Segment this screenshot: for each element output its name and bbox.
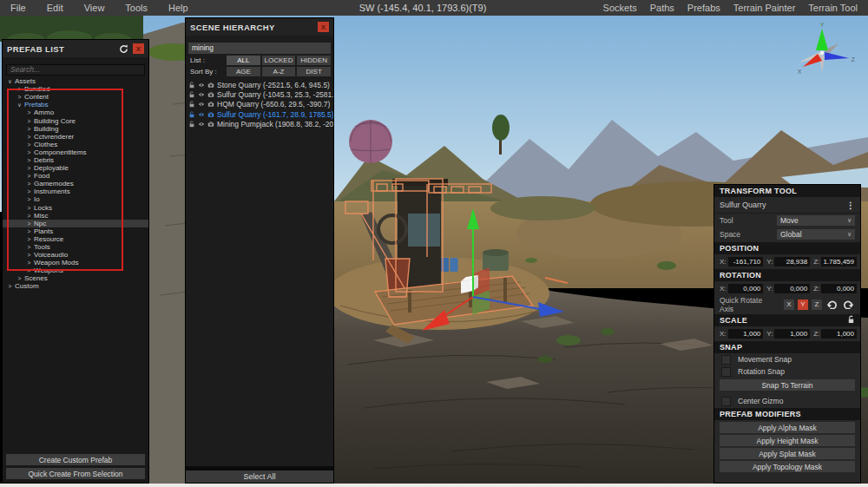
- more-options-icon[interactable]: ⋮: [846, 201, 855, 210]
- menu-terrain-painter[interactable]: Terrain Painter: [733, 3, 796, 13]
- quick-rotate-y-button[interactable]: Y: [798, 299, 808, 310]
- create-custom-prefab-button[interactable]: Create Custom Prefab: [6, 454, 145, 465]
- center-gizmo-checkbox[interactable]: [721, 397, 731, 406]
- list-filter-label: List :: [188, 56, 225, 64]
- tree-item-componentitems[interactable]: >Componentitems: [3, 148, 148, 156]
- tree-item-instruments[interactable]: >Instruments: [3, 188, 148, 195]
- rotate-cw-icon[interactable]: [842, 299, 855, 310]
- selected-object-row[interactable]: Sulfur Quarry ⋮: [714, 197, 860, 214]
- tree-item-deployable[interactable]: >Deployable: [3, 164, 148, 172]
- apply-splat-mask-button[interactable]: Apply Splat Mask: [720, 448, 855, 459]
- menu-prefabs[interactable]: Prefabs: [687, 3, 720, 13]
- position-y-field[interactable]: 28,938: [774, 257, 810, 267]
- quick-rotate-x-button[interactable]: X: [784, 299, 794, 310]
- refresh-icon[interactable]: [117, 43, 129, 55]
- camera-icon[interactable]: [207, 120, 215, 128]
- tree-item-npc[interactable]: >Npc: [3, 220, 148, 227]
- tree-item-plants[interactable]: >Plants: [3, 227, 148, 235]
- rotation-y-field[interactable]: 0,000: [774, 284, 810, 293]
- tree-item-debris[interactable]: >Debris: [3, 156, 148, 164]
- menu-tools[interactable]: Tools: [115, 3, 158, 13]
- rotate-ccw-icon[interactable]: [825, 299, 838, 310]
- menu-paths[interactable]: Paths: [650, 3, 674, 13]
- rotation-z-field[interactable]: 0,000: [821, 284, 857, 293]
- rotation-x-field[interactable]: 0,000: [728, 284, 764, 293]
- lock-open-icon[interactable]: [847, 315, 855, 326]
- filter-locked-button[interactable]: LOCKED: [262, 56, 296, 65]
- filter-all-button[interactable]: ALL: [227, 56, 260, 65]
- space-dropdown[interactable]: Global ∨: [777, 229, 855, 240]
- tree-item-tools[interactable]: >Tools: [3, 243, 148, 251]
- eye-icon[interactable]: [198, 120, 206, 128]
- tree-item-custom[interactable]: >Custom: [3, 282, 148, 290]
- lock-icon[interactable]: [188, 110, 196, 118]
- tree-item-misc[interactable]: >Misc: [3, 212, 148, 220]
- scale-x-field[interactable]: 1,000: [728, 329, 764, 339]
- camera-icon[interactable]: [207, 81, 215, 89]
- tree-item-cctvrenderer[interactable]: >Cctvrenderer: [3, 133, 148, 141]
- tool-dropdown[interactable]: Move ∨: [777, 215, 855, 226]
- apply-topology-mask-button[interactable]: Apply Topology Mask: [720, 461, 855, 472]
- menu-sockets[interactable]: Sockets: [603, 3, 637, 13]
- position-z-field[interactable]: 1.785,459: [821, 257, 857, 267]
- eye-icon[interactable]: [198, 110, 206, 118]
- movement-snap-checkbox[interactable]: [721, 355, 731, 365]
- tree-item-locks[interactable]: >Locks: [3, 204, 148, 212]
- scale-z-field[interactable]: 1,000: [821, 329, 857, 339]
- tree-item-voiceaudio[interactable]: >Voiceaudio: [3, 251, 148, 259]
- scale-y-field[interactable]: 1,000: [774, 329, 810, 339]
- position-x-field[interactable]: -161,710: [728, 257, 764, 267]
- camera-icon[interactable]: [207, 90, 215, 98]
- close-icon[interactable]: X: [133, 43, 144, 54]
- tree-item-building[interactable]: >Building: [3, 125, 148, 133]
- hierarchy-item-hqm-quarry[interactable]: HQM Quarry (-650.6, 29.5, -390.7): [186, 100, 333, 109]
- hierarchy-item-stone-quarry[interactable]: Stone Quarry (-2521.5, 6.4, 945.5): [186, 80, 333, 89]
- search-input[interactable]: [6, 64, 145, 76]
- tree-item-bundled[interactable]: >Bundled: [3, 85, 148, 93]
- tree-item-content[interactable]: >Content: [3, 93, 148, 101]
- tree-item-prefabs[interactable]: ∨Prefabs: [3, 101, 148, 109]
- hierarchy-item-sulfur-quarry-selected[interactable]: Sulfur Quarry (-161.7, 28.9, 1785.5): [186, 109, 333, 119]
- sort-az-button[interactable]: A-Z: [262, 67, 296, 76]
- sort-age-button[interactable]: AGE: [227, 67, 260, 76]
- lock-icon[interactable]: [188, 120, 196, 128]
- lock-icon[interactable]: [188, 90, 196, 98]
- tree-item-weapon-mods[interactable]: >Weapon Mods: [3, 259, 148, 267]
- eye-icon[interactable]: [198, 101, 206, 109]
- snap-to-terrain-button[interactable]: Snap To Terrain: [720, 379, 855, 391]
- hierarchy-item-mining-pumpjack[interactable]: Mining Pumpjack (1908.8, 38.2, -20: [186, 119, 333, 128]
- tree-item-ammo[interactable]: >Ammo: [3, 109, 148, 116]
- rotation-snap-checkbox[interactable]: [721, 367, 731, 377]
- tree-item-building-core[interactable]: >Building Core: [3, 116, 148, 124]
- menu-terrain-tool[interactable]: Terrain Tool: [808, 3, 858, 13]
- apply-height-mask-button[interactable]: Apply Height Mask: [720, 435, 855, 446]
- camera-icon[interactable]: [207, 101, 215, 109]
- camera-icon[interactable]: [207, 110, 215, 118]
- menu-view[interactable]: View: [74, 3, 115, 13]
- menu-edit[interactable]: Edit: [36, 3, 74, 13]
- apply-alpha-mask-button[interactable]: Apply Alpha Mask: [720, 422, 855, 433]
- hierarchy-filter-input[interactable]: [188, 43, 331, 54]
- quick-rotate-z-button[interactable]: Z: [812, 299, 822, 310]
- sort-dist-button[interactable]: DIST: [297, 67, 331, 76]
- tree-item-resource[interactable]: >Resource: [3, 235, 148, 243]
- filter-hidden-button[interactable]: HIDDEN: [297, 56, 331, 65]
- tree-item-io[interactable]: >Io: [3, 195, 148, 203]
- tree-item-assets[interactable]: ∨Assets: [3, 77, 148, 85]
- menu-file[interactable]: File: [0, 3, 36, 13]
- tree-item-clothes[interactable]: >Clothes: [3, 141, 148, 148]
- tree-item-weapons[interactable]: >Weapons: [3, 267, 148, 274]
- eye-icon[interactable]: [198, 90, 206, 98]
- chevron-right-icon: >: [26, 220, 32, 227]
- select-all-button[interactable]: Select All: [186, 471, 333, 483]
- lock-icon[interactable]: [188, 101, 196, 109]
- tree-item-gamemodes[interactable]: >Gamemodes: [3, 180, 148, 188]
- lock-icon[interactable]: [188, 81, 196, 89]
- close-icon[interactable]: X: [318, 22, 329, 32]
- eye-icon[interactable]: [198, 81, 206, 89]
- quick-create-from-selection-button[interactable]: Quick Create From Selection: [6, 468, 145, 479]
- hierarchy-item-sulfur-quarry-1[interactable]: Sulfur Quarry (-1045.3, 25.3, -2581.: [186, 89, 333, 99]
- tree-item-scenes[interactable]: >Scenes: [3, 274, 148, 282]
- tree-item-food[interactable]: >Food: [3, 172, 148, 180]
- menu-help[interactable]: Help: [158, 3, 199, 13]
